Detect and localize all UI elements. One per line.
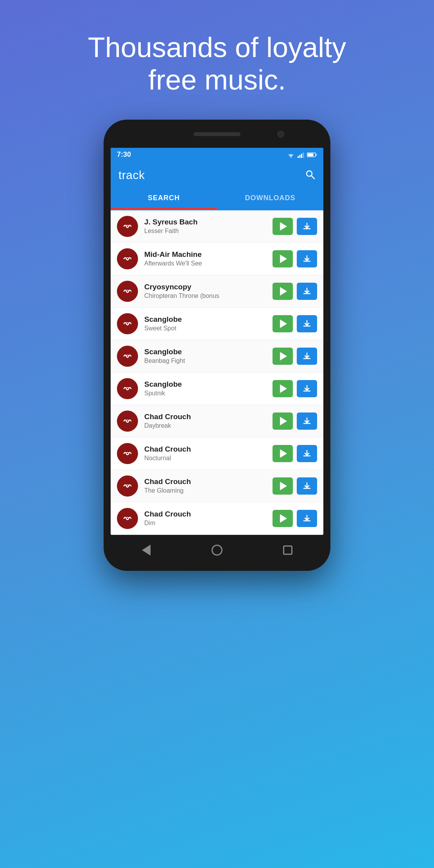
download-button[interactable] [297, 315, 317, 332]
svg-rect-1 [298, 156, 299, 158]
track-song: Daybreak [144, 422, 268, 429]
track-avatar [117, 313, 138, 334]
track-song: Lesser Faith [144, 228, 268, 235]
status-time: 7:30 [117, 151, 131, 159]
tab-downloads[interactable]: DOWNLOADS [217, 188, 323, 209]
download-button[interactable] [297, 218, 317, 235]
svg-point-10 [121, 220, 134, 233]
track-info: Chad Crouch Daybreak [144, 412, 268, 429]
svg-rect-7 [316, 154, 317, 156]
svg-point-12 [121, 253, 134, 265]
play-button[interactable] [273, 412, 293, 430]
download-button[interactable] [297, 250, 317, 267]
track-song: Afterwards We'll See [144, 260, 268, 267]
track-item: Chad Crouch Nocturnal [111, 438, 323, 470]
play-button[interactable] [273, 218, 293, 235]
track-artist: J. Syreus Bach [144, 218, 268, 226]
download-button[interactable] [297, 412, 317, 430]
track-song: Sweet Spot [144, 325, 268, 332]
play-icon [280, 352, 287, 360]
phone-speaker [194, 132, 240, 136]
track-artist: Chad Crouch [144, 477, 268, 486]
play-button[interactable] [273, 348, 293, 365]
track-item: Mid-Air Machine Afterwards We'll See [111, 243, 323, 275]
track-info: Scanglobe Beanbag Fight [144, 348, 268, 364]
nav-home-button[interactable] [209, 542, 225, 558]
track-actions [273, 380, 317, 397]
track-actions [273, 218, 317, 235]
track-info: Cryosyncopy Chiropteran Throne (bonus [144, 283, 268, 299]
tab-search[interactable]: SEARCH [111, 188, 217, 209]
track-song: Dim [144, 520, 268, 527]
header-search-button[interactable] [305, 169, 316, 181]
phone-camera [277, 131, 284, 138]
track-info: J. Syreus Bach Lesser Faith [144, 218, 268, 235]
track-song: The Gloaming [144, 487, 268, 494]
download-icon [303, 222, 311, 231]
svg-rect-4 [303, 152, 304, 158]
track-avatar [117, 346, 138, 367]
download-icon [303, 352, 311, 360]
download-button[interactable] [297, 283, 317, 300]
svg-rect-2 [299, 155, 301, 158]
phone-shell: 7:30 [104, 120, 330, 571]
download-button[interactable] [297, 445, 317, 462]
track-artist: Scanglobe [144, 315, 268, 324]
play-icon [280, 514, 287, 523]
svg-point-22 [121, 415, 134, 427]
track-info: Chad Crouch Dim [144, 510, 268, 527]
play-button[interactable] [273, 315, 293, 332]
track-avatar [117, 248, 138, 269]
play-button[interactable] [273, 477, 293, 495]
track-info: Scanglobe Sweet Spot [144, 315, 268, 332]
play-button[interactable] [273, 250, 293, 267]
download-icon [303, 255, 311, 263]
svg-rect-6 [308, 153, 314, 156]
track-item: Chad Crouch Daybreak [111, 405, 323, 438]
svg-point-18 [121, 350, 134, 362]
play-button[interactable] [273, 283, 293, 300]
play-icon [280, 482, 287, 490]
track-item: Chad Crouch The Gloaming [111, 470, 323, 502]
svg-point-24 [121, 447, 134, 460]
download-icon [303, 482, 311, 490]
svg-point-26 [121, 480, 134, 492]
wifi-icon [287, 152, 295, 158]
download-button[interactable] [297, 510, 317, 527]
download-button[interactable] [297, 477, 317, 495]
nav-back-button[interactable] [138, 542, 154, 558]
svg-point-20 [121, 382, 134, 395]
play-button[interactable] [273, 380, 293, 397]
download-icon [303, 449, 311, 458]
download-icon [303, 514, 311, 523]
track-actions [273, 283, 317, 300]
track-artist: Mid-Air Machine [144, 250, 268, 259]
track-info: Mid-Air Machine Afterwards We'll See [144, 250, 268, 267]
download-icon [303, 384, 311, 393]
search-icon [305, 169, 316, 180]
play-button[interactable] [273, 510, 293, 527]
phone-screen: 7:30 [111, 148, 323, 535]
svg-point-16 [121, 317, 134, 330]
track-avatar [117, 378, 138, 399]
page-headline: Thousands of loyalty free music. [80, 31, 354, 96]
track-avatar [117, 443, 138, 464]
track-actions [273, 412, 317, 430]
track-song: Sputnik [144, 390, 268, 397]
nav-recents-button[interactable] [280, 542, 296, 558]
nav-home-icon [212, 545, 222, 556]
svg-line-9 [312, 176, 315, 179]
track-avatar [117, 281, 138, 302]
track-artist: Scanglobe [144, 380, 268, 389]
status-icons [287, 152, 317, 158]
download-button[interactable] [297, 380, 317, 397]
svg-point-14 [121, 285, 134, 298]
tabs-bar: SEARCH DOWNLOADS [111, 188, 323, 210]
download-button[interactable] [297, 348, 317, 365]
track-list: J. Syreus Bach Lesser Faith [111, 210, 323, 535]
play-button[interactable] [273, 445, 293, 462]
track-song: Chiropteran Throne (bonus [144, 292, 268, 299]
svg-rect-3 [301, 154, 302, 158]
play-icon [280, 287, 287, 296]
play-icon [280, 384, 287, 393]
